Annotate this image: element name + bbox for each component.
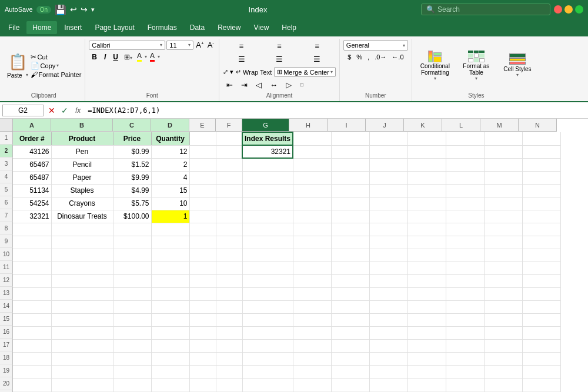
cell-h4[interactable]: [293, 171, 331, 184]
row-14[interactable]: 14: [0, 300, 13, 313]
increase-decimal-btn[interactable]: .0→: [372, 52, 389, 62]
cell-b7[interactable]: Dinosaur Treats: [51, 210, 113, 223]
cell-g3[interactable]: [242, 158, 293, 171]
increase-indent-btn[interactable]: ⇥: [238, 79, 251, 91]
cell-f1[interactable]: [216, 132, 242, 145]
cell-a5[interactable]: 51134: [13, 184, 51, 197]
more-icon[interactable]: ▾: [91, 6, 95, 14]
row-11[interactable]: 11: [0, 261, 13, 274]
cell-c3[interactable]: $1.52: [113, 158, 151, 171]
cut-label[interactable]: Cut: [38, 53, 48, 61]
cell-h3[interactable]: [293, 158, 331, 171]
italic-button[interactable]: I: [101, 52, 109, 62]
row-3[interactable]: 3: [0, 158, 13, 170]
align-mid-left-btn[interactable]: ☰: [223, 53, 260, 65]
cell-n8[interactable]: [522, 223, 560, 236]
cell-i1[interactable]: [331, 132, 369, 145]
underline-button[interactable]: U: [110, 52, 121, 62]
paste-dropdown-arrow[interactable]: ▾: [25, 72, 29, 79]
copy-dropdown-arrow[interactable]: ▾: [56, 63, 59, 68]
menu-file[interactable]: File: [2, 21, 25, 34]
cell-e2[interactable]: [189, 145, 216, 158]
cell-m4[interactable]: [484, 171, 522, 184]
cond-format-arrow[interactable]: ▾: [434, 76, 436, 81]
cell-f3[interactable]: [216, 158, 242, 171]
font-color-dropdown-arrow[interactable]: ▾: [158, 54, 160, 59]
row-12[interactable]: 12: [0, 274, 13, 287]
row-20[interactable]: 20: [0, 377, 13, 390]
cell-j3[interactable]: [369, 158, 407, 171]
col-header-k[interactable]: K: [404, 119, 442, 132]
align-top-center-btn[interactable]: ≡: [260, 40, 298, 52]
cell-c6[interactable]: $5.75: [113, 197, 151, 210]
copy-label[interactable]: Copy: [41, 62, 56, 69]
undo-icon[interactable]: ↩: [70, 5, 77, 14]
cell-l3[interactable]: [446, 158, 484, 171]
cell-j7[interactable]: [369, 210, 407, 223]
confirm-formula-btn[interactable]: ✓: [59, 105, 71, 116]
cell-h5[interactable]: [293, 184, 331, 197]
font-color-icon[interactable]: A: [148, 51, 156, 62]
menu-page-layout[interactable]: Page Layout: [89, 21, 140, 34]
cell-j6[interactable]: [369, 197, 407, 210]
menu-data[interactable]: Data: [184, 21, 211, 34]
cell-l8[interactable]: [446, 223, 484, 236]
row-13[interactable]: 13: [0, 287, 13, 300]
cell-c2[interactable]: $0.99: [113, 145, 151, 158]
cell-m6[interactable]: [484, 197, 522, 210]
menu-insert[interactable]: Insert: [58, 21, 88, 34]
save-icon[interactable]: 💾: [55, 4, 66, 15]
format-table-button[interactable]: Format as Table ▾: [457, 48, 496, 84]
cell-c7[interactable]: $100.00: [113, 210, 151, 223]
cell-a7[interactable]: 32321: [13, 210, 51, 223]
row-18[interactable]: 18: [0, 351, 13, 364]
cell-h2[interactable]: [293, 145, 331, 158]
cell-g5[interactable]: [242, 184, 293, 197]
cell-d7[interactable]: 1: [151, 210, 189, 223]
row-4[interactable]: 4: [0, 170, 13, 183]
fill-dropdown-arrow[interactable]: ▾: [145, 54, 147, 59]
wrap-text-button[interactable]: ↵ Wrap Text: [236, 68, 272, 76]
cell-d4[interactable]: 4: [151, 171, 189, 184]
cell-k3[interactable]: [407, 158, 446, 171]
col-header-c[interactable]: C: [113, 119, 151, 132]
cell-i8[interactable]: [331, 223, 369, 236]
paste-button[interactable]: 📋 Paste ▾: [6, 53, 29, 79]
cell-e4[interactable]: [189, 171, 216, 184]
align-mid-center-btn[interactable]: ☰: [260, 53, 298, 65]
cell-i2[interactable]: [331, 145, 369, 158]
redo-icon[interactable]: ↪: [81, 5, 88, 14]
result-header-cell[interactable]: Index Results: [242, 132, 293, 145]
cell-e8[interactable]: [189, 223, 216, 236]
cell-j2[interactable]: [369, 145, 407, 158]
cell-b8[interactable]: [51, 223, 113, 236]
search-box[interactable]: 🔍: [421, 4, 550, 15]
cell-f2[interactable]: [216, 145, 242, 158]
cell-e3[interactable]: [189, 158, 216, 171]
cell-h1[interactable]: [293, 132, 331, 145]
align-right-btn[interactable]: ▷: [282, 79, 295, 91]
cell-e5[interactable]: [189, 184, 216, 197]
search-input[interactable]: [437, 5, 543, 14]
cell-n3[interactable]: [522, 158, 560, 171]
cell-b3[interactable]: Pencil: [51, 158, 113, 171]
cell-j5[interactable]: [369, 184, 407, 197]
header-order[interactable]: Order #: [13, 132, 51, 145]
cell-g8[interactable]: [242, 223, 293, 236]
cell-i4[interactable]: [331, 171, 369, 184]
cell-j1[interactable]: [369, 132, 407, 145]
cell-k6[interactable]: [407, 197, 446, 210]
formula-input[interactable]: [85, 106, 586, 115]
cell-k8[interactable]: [407, 223, 446, 236]
cell-e6[interactable]: [189, 197, 216, 210]
cell-f6[interactable]: [216, 197, 242, 210]
cell-f4[interactable]: [216, 171, 242, 184]
row-9[interactable]: 9: [0, 235, 13, 248]
cell-a8[interactable]: [13, 223, 51, 236]
cell-g2[interactable]: 32321: [242, 145, 293, 158]
cell-b4[interactable]: Paper: [51, 171, 113, 184]
cell-e7[interactable]: [189, 210, 216, 223]
align-top-left-btn[interactable]: ≡: [223, 40, 260, 52]
cell-m2[interactable]: [484, 145, 522, 158]
align-center-btn[interactable]: ↔: [266, 79, 281, 91]
